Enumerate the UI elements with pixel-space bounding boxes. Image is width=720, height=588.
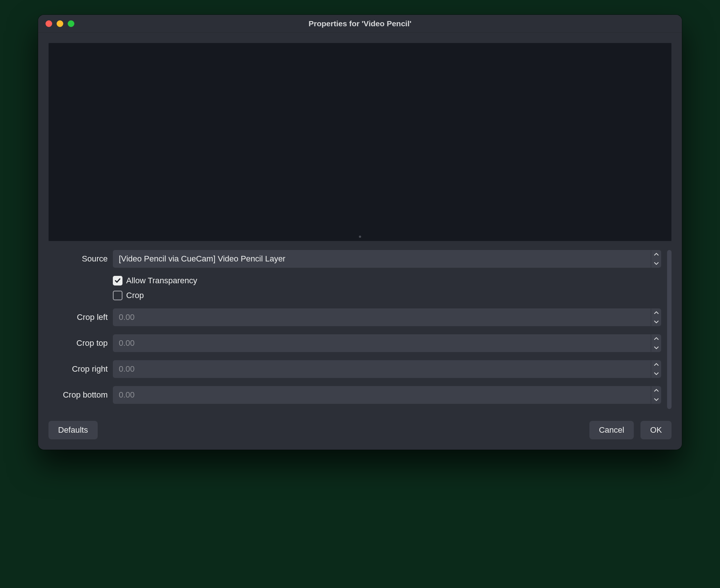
step-down-button[interactable] xyxy=(651,395,661,404)
crop-right-value: 0.00 xyxy=(113,360,651,378)
window-title: Properties for 'Video Pencil' xyxy=(38,19,682,28)
step-up-button[interactable] xyxy=(651,386,661,395)
crop-left-value: 0.00 xyxy=(113,308,651,326)
allow-transparency-label: Allow Transparency xyxy=(126,276,197,285)
step-down-button[interactable] xyxy=(651,317,661,326)
titlebar: Properties for 'Video Pencil' xyxy=(38,15,682,33)
crop-right-input[interactable]: 0.00 xyxy=(113,360,661,378)
crop-checkbox[interactable]: Crop xyxy=(113,291,661,300)
crop-bottom-label: Crop bottom xyxy=(48,390,108,400)
scrollbar-thumb[interactable] xyxy=(667,250,672,409)
ok-button[interactable]: OK xyxy=(640,421,672,439)
crop-bottom-value: 0.00 xyxy=(113,386,651,404)
chevron-up-icon xyxy=(651,250,661,259)
crop-left-stepper xyxy=(651,308,661,326)
form-area-wrap: Source [Video Pencil via CueCam] Video P… xyxy=(48,250,672,404)
source-select-toggle[interactable] xyxy=(651,250,661,268)
form-area: Source [Video Pencil via CueCam] Video P… xyxy=(48,250,666,404)
footer-right-group: Cancel OK xyxy=(589,421,672,439)
crop-right-label: Crop right xyxy=(48,364,108,374)
preview-resize-handle-icon[interactable] xyxy=(359,236,361,238)
minimize-window-button[interactable] xyxy=(57,20,63,27)
crop-top-input[interactable]: 0.00 xyxy=(113,334,661,352)
defaults-button[interactable]: Defaults xyxy=(48,421,98,439)
crop-right-row: Crop right 0.00 xyxy=(48,360,661,378)
step-down-button[interactable] xyxy=(651,343,661,352)
dialog-footer: Defaults Cancel OK xyxy=(38,411,682,450)
chevron-down-icon xyxy=(651,259,661,268)
crop-left-label: Crop left xyxy=(48,312,108,322)
cancel-button[interactable]: Cancel xyxy=(589,421,634,439)
crop-top-label: Crop top xyxy=(48,338,108,348)
checkbox-icon xyxy=(113,291,122,300)
crop-right-stepper xyxy=(651,360,661,378)
properties-window: Properties for 'Video Pencil' Source [Vi… xyxy=(38,15,682,450)
crop-bottom-input[interactable]: 0.00 xyxy=(113,386,661,404)
step-up-button[interactable] xyxy=(651,334,661,343)
crop-bottom-stepper xyxy=(651,386,661,404)
crop-label: Crop xyxy=(126,291,144,300)
source-label: Source xyxy=(48,254,108,264)
crop-left-row: Crop left 0.00 xyxy=(48,308,661,326)
source-row: Source [Video Pencil via CueCam] Video P… xyxy=(48,250,661,268)
video-preview[interactable] xyxy=(48,43,672,241)
step-down-button[interactable] xyxy=(651,369,661,378)
form-scrollbar[interactable] xyxy=(666,250,672,404)
source-select[interactable]: [Video Pencil via CueCam] Video Pencil L… xyxy=(113,250,661,268)
crop-top-row: Crop top 0.00 xyxy=(48,334,661,352)
step-up-button[interactable] xyxy=(651,308,661,317)
maximize-window-button[interactable] xyxy=(68,20,74,27)
close-window-button[interactable] xyxy=(46,20,52,27)
crop-bottom-row: Crop bottom 0.00 xyxy=(48,386,661,404)
crop-top-stepper xyxy=(651,334,661,352)
step-up-button[interactable] xyxy=(651,360,661,369)
dialog-content: Source [Video Pencil via CueCam] Video P… xyxy=(38,33,682,411)
checkbox-group: Allow Transparency Crop xyxy=(48,276,661,300)
allow-transparency-checkbox[interactable]: Allow Transparency xyxy=(113,276,661,285)
source-select-value: [Video Pencil via CueCam] Video Pencil L… xyxy=(113,250,651,268)
window-controls xyxy=(38,20,74,27)
crop-top-value: 0.00 xyxy=(113,334,651,352)
checkbox-icon xyxy=(113,276,122,285)
crop-left-input[interactable]: 0.00 xyxy=(113,308,661,326)
